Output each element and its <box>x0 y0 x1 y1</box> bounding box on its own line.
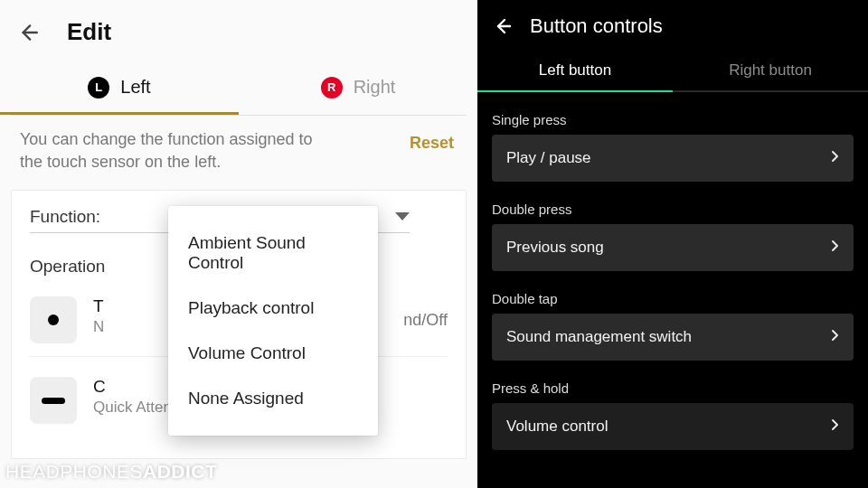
option-playback-control[interactable]: Playback control <box>168 286 378 331</box>
left-badge-icon: L <box>88 77 109 99</box>
svg-marker-1 <box>395 212 410 221</box>
stage: Edit L Left R Right You can change the f… <box>0 0 868 488</box>
option-none-assigned[interactable]: None Assigned <box>168 376 378 421</box>
back-arrow-icon[interactable] <box>492 15 514 37</box>
chevron-down-icon <box>395 209 410 225</box>
chevron-right-icon <box>831 150 839 166</box>
function-popover: Ambient Sound Control Playback control V… <box>168 206 378 436</box>
op1-title: T <box>93 296 104 316</box>
watermark-b: ADDICT <box>143 461 217 482</box>
ear-tabs: L Left R Right <box>0 62 477 115</box>
label-press-hold: Press & hold <box>492 380 854 396</box>
label-single-press: Single press <box>492 112 854 127</box>
right-pane: Button controls Left button Right button… <box>477 0 868 488</box>
watermark: HEADPHONESADDICT <box>5 461 217 483</box>
tap-icon <box>30 296 77 343</box>
op1-sub: N <box>93 318 104 336</box>
value-double-press: Previous song <box>506 239 604 257</box>
tab-right-label: Right <box>354 77 396 98</box>
value-single-press: Play / pause <box>506 149 591 167</box>
tab-right-ear[interactable]: R Right <box>239 62 477 115</box>
left-pane: Edit L Left R Right You can change the f… <box>0 0 477 488</box>
right-badge-icon: R <box>321 77 343 99</box>
back-arrow-icon[interactable] <box>16 21 40 44</box>
label-double-press: Double press <box>492 202 854 217</box>
value-press-hold: Volume control <box>506 418 608 436</box>
value-double-tap: Sound management switch <box>506 328 692 346</box>
actions-section: Single press Play / pause Double press P… <box>477 112 868 450</box>
tab-right-button[interactable]: Right button <box>673 51 868 92</box>
note-row: You can change the function assigned to … <box>0 116 477 186</box>
page-title: Button controls <box>530 14 663 38</box>
row-double-tap[interactable]: Sound management switch <box>492 314 854 361</box>
reset-button[interactable]: Reset <box>406 128 458 158</box>
button-tabs: Left button Right button <box>477 51 868 92</box>
page-title: Edit <box>67 18 111 46</box>
help-text: You can change the function assigned to … <box>20 128 336 174</box>
option-volume-control[interactable]: Volume Control <box>168 331 378 376</box>
chevron-right-icon <box>831 329 839 345</box>
tab-left-ear[interactable]: L Left <box>0 62 239 115</box>
watermark-a: HEADPHONES <box>5 461 143 482</box>
label-double-tap: Double tap <box>492 291 854 306</box>
function-label: Function: <box>30 207 100 227</box>
tab-left-label: Left <box>120 77 150 98</box>
row-double-press[interactable]: Previous song <box>492 224 854 271</box>
chevron-right-icon <box>831 418 839 435</box>
tab-left-button[interactable]: Left button <box>477 51 673 92</box>
op1-hint: nd/Off <box>403 311 448 330</box>
chevron-right-icon <box>831 239 839 256</box>
row-press-hold[interactable]: Volume control <box>492 403 854 450</box>
row-single-press[interactable]: Play / pause <box>492 135 854 182</box>
option-ambient-sound[interactable]: Ambient Sound Control <box>168 221 378 286</box>
right-header: Button controls <box>477 0 868 51</box>
left-header: Edit <box>0 0 477 62</box>
hold-icon <box>30 377 77 424</box>
